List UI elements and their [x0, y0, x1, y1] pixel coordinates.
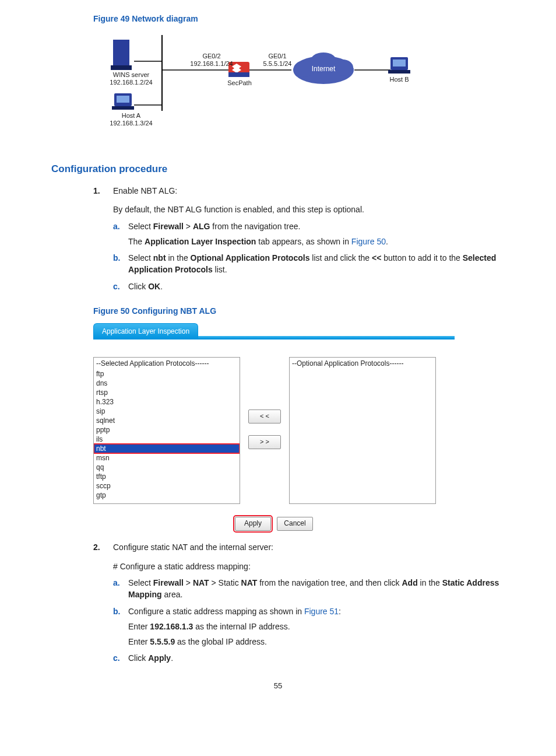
optional-protocols-header: --Optional Application Protocols------	[290, 358, 435, 369]
host-a-label: Host A 192.168.1.3/24	[104, 112, 159, 127]
gt-sep: >	[184, 222, 193, 231]
protocol-item-ils[interactable]: ils	[94, 435, 240, 444]
step-2-marker: 2.	[93, 541, 100, 553]
step-1-note: By default, the NBT ALG function is enab…	[113, 204, 505, 215]
ge01-label: GE0/1 5.5.5.1/24	[254, 52, 301, 67]
protocol-item-ftp[interactable]: ftp	[94, 369, 240, 379]
move-left-button[interactable]: < <	[248, 410, 281, 424]
step-1: 1. Enable NBT ALG:	[93, 185, 505, 197]
host-b-icon	[388, 57, 410, 74]
network-diagram: Internet WINS server 192.168.1.2/24 Host…	[93, 29, 420, 146]
figure-50-link[interactable]: Figure 50	[351, 237, 386, 246]
firewall-bold: Firewall	[153, 222, 184, 231]
alg-bold: ALG	[193, 222, 210, 231]
step-2a-marker: a.	[113, 577, 120, 589]
protocol-item-dns[interactable]: dns	[94, 379, 240, 388]
wins-server-label: WINS server 192.168.1.2/24	[99, 71, 163, 86]
protocol-item-nbt[interactable]: nbt	[94, 444, 240, 453]
tab-application-layer-inspection[interactable]: Application Layer Inspection	[93, 323, 198, 340]
step-1a: a. Select Firewall > ALG from the naviga…	[113, 220, 505, 248]
svg-rect-14	[112, 106, 134, 110]
apply-button[interactable]: Apply	[235, 517, 271, 531]
step-1c: c. Click OK.	[113, 281, 505, 292]
step-1a-tail: from the navigation tree.	[210, 222, 300, 231]
page-number: 55	[51, 681, 505, 692]
figure-51-link[interactable]: Figure 51	[304, 607, 339, 616]
secpath-label: SecPath	[225, 79, 254, 87]
protocol-item-h323[interactable]: h.323	[94, 397, 240, 407]
cancel-button[interactable]: Cancel	[277, 517, 313, 531]
alg-configuration-panel: Application Layer Inspection --Selected …	[93, 323, 455, 531]
figure-49-caption: Figure 49 Network diagram	[93, 13, 505, 24]
selected-protocols-listbox[interactable]: --Selected Application Protocols------ f…	[93, 357, 240, 504]
svg-rect-18	[393, 60, 406, 66]
step-1b-marker: b.	[113, 252, 120, 264]
configuration-procedure-heading: Configuration procedure	[51, 162, 505, 177]
step-2b-line2: Enter 192.168.1.3 as the internal IP add…	[128, 621, 505, 632]
protocol-item-qq[interactable]: qq	[94, 463, 240, 472]
protocol-item-rtsp[interactable]: rtsp	[94, 388, 240, 397]
optional-protocols-listbox[interactable]: --Optional Application Protocols------	[289, 357, 436, 504]
svg-rect-16	[228, 72, 249, 77]
step-2b-line3: Enter 5.5.5.9 as the global IP address.	[128, 636, 505, 648]
step-2c-marker: c.	[113, 652, 120, 664]
protocol-item-pptp[interactable]: pptp	[94, 425, 240, 435]
protocol-item-msn[interactable]: msn	[94, 453, 240, 463]
figure-50-caption: Figure 50 Configuring NBT ALG	[93, 305, 505, 317]
step-2-text: Configure static NAT and the internal se…	[113, 542, 273, 552]
step-1-marker: 1.	[93, 185, 100, 197]
step-2b: b. Configure a static address mapping as…	[113, 606, 505, 648]
ge02-label: GE0/2 192.168.1.1/24	[185, 52, 238, 67]
protocol-item-gtp[interactable]: gtp	[94, 491, 240, 500]
step-1a-line2: The Application Layer Inspection tab app…	[128, 236, 505, 247]
step-1b: b. Select nbt in the Optional Applicatio…	[113, 252, 505, 276]
step-2c: c. Click Apply.	[113, 652, 505, 664]
protocol-item-sqlnet[interactable]: sqlnet	[94, 416, 240, 425]
host-a-icon	[112, 93, 134, 110]
step-1a-marker: a.	[113, 220, 120, 232]
step-1-text: Enable NBT ALG:	[113, 186, 177, 195]
svg-rect-11	[111, 65, 132, 70]
svg-rect-19	[388, 70, 410, 74]
move-right-button[interactable]: > >	[248, 435, 281, 449]
protocol-item-tftp[interactable]: tftp	[94, 472, 240, 481]
selected-protocols-header: --Selected Application Protocols------	[94, 358, 240, 369]
step-2a: a. Select Firewall > NAT > Static NAT fr…	[113, 577, 505, 601]
svg-rect-10	[113, 40, 129, 69]
wins-server-icon	[111, 40, 132, 70]
step-2: 2. Configure static NAT and the internal…	[93, 541, 505, 553]
host-b-label: Host B	[385, 76, 414, 83]
tab-bar: Application Layer Inspection	[93, 323, 455, 340]
protocol-item-sccp[interactable]: sccp	[94, 481, 240, 491]
diagram-svg	[93, 29, 420, 146]
step-1a-text: Select	[128, 222, 153, 231]
protocol-item-sip[interactable]: sip	[94, 407, 240, 416]
step-1c-marker: c.	[113, 281, 120, 292]
svg-rect-13	[117, 96, 129, 103]
internet-label: Internet	[312, 65, 336, 74]
step-2-note: # Configure a static address mapping:	[113, 561, 505, 572]
step-2b-marker: b.	[113, 606, 120, 617]
